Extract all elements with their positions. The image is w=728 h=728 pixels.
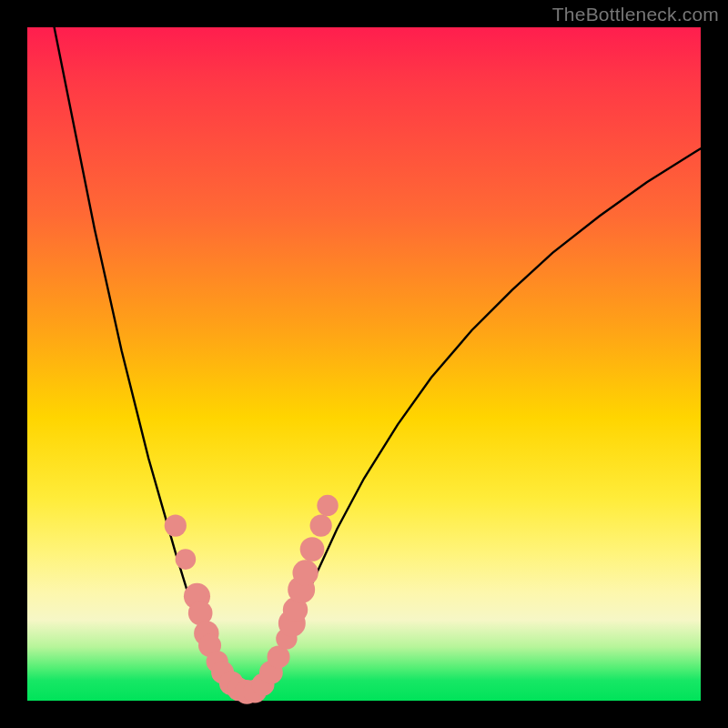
marker-cluster	[165, 495, 339, 704]
plot-area	[27, 27, 701, 701]
marker-dot	[165, 514, 187, 536]
chart-svg	[27, 27, 701, 701]
watermark-text: TheBottleneck.com	[552, 4, 719, 25]
marker-dot	[310, 514, 332, 536]
marker-dot	[292, 560, 318, 585]
marker-dot	[176, 549, 197, 570]
bottleneck-curve	[55, 27, 701, 693]
chart-container: TheBottleneck.com	[0, 0, 728, 728]
marker-dot	[300, 537, 325, 561]
marker-dot	[317, 495, 338, 516]
curve-path	[55, 27, 701, 693]
